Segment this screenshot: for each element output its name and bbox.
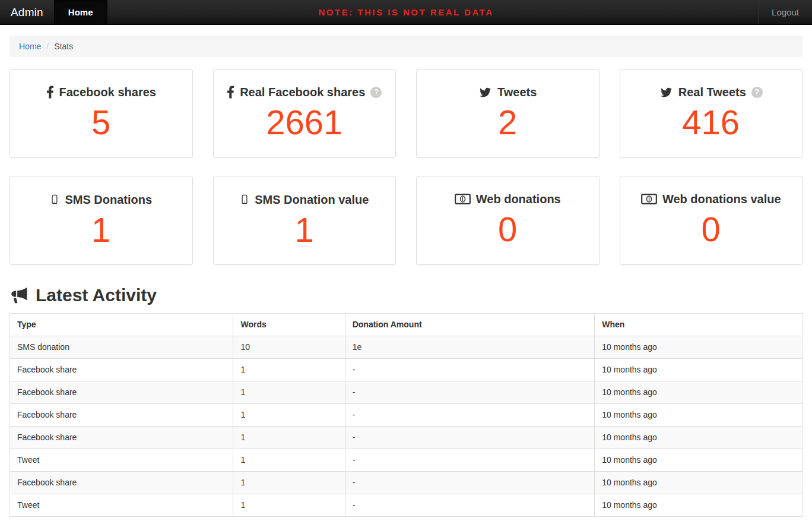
stat-title: Web donations value: [620, 192, 803, 206]
table-cell: Facebook share: [10, 404, 233, 427]
table-cell: -: [345, 359, 595, 381]
help-icon[interactable]: ?: [751, 87, 763, 98]
stat-title: Tweets: [417, 86, 599, 99]
table-header-row: TypeWordsDonation AmountWhen: [10, 314, 803, 336]
table-cell: Facebook share: [10, 472, 233, 494]
table-cell: 10 months ago: [595, 359, 803, 381]
column-header: Donation Amount: [345, 314, 595, 336]
table-cell: -: [345, 404, 595, 427]
note-banner: NOTE: THIS IS NOT REAL DATA: [0, 0, 812, 24]
stat-title: Real Tweets ?: [620, 86, 803, 99]
table-cell: -: [345, 449, 595, 472]
table-cell: 1: [233, 427, 345, 449]
money-icon: [641, 194, 657, 204]
table-row: Facebook share1-10 months ago: [10, 404, 803, 427]
table-cell: Tweet: [10, 494, 233, 517]
table-row: Tweet1-10 months ago: [10, 449, 803, 472]
bullhorn-icon: [9, 287, 28, 304]
stat-card: Facebook shares 5: [9, 69, 193, 158]
facebook-icon: [46, 86, 54, 99]
table-cell: 10 months ago: [595, 494, 803, 517]
table-cell: 10: [233, 336, 345, 359]
table-row: Facebook share1-10 months ago: [10, 359, 803, 381]
top-navbar: Admin Home NOTE: THIS IS NOT REAL DATA L…: [0, 0, 812, 25]
money-icon: [455, 194, 471, 204]
twitter-icon: [478, 87, 492, 98]
table-cell: Facebook share: [10, 427, 233, 449]
activity-table: TypeWordsDonation AmountWhen SMS donatio…: [9, 313, 803, 517]
table-cell: 1: [233, 359, 345, 381]
stat-card: SMS Donation value 1: [213, 176, 397, 265]
table-cell: 10 months ago: [595, 427, 803, 449]
stat-title: SMS Donations: [10, 192, 192, 206]
table-cell: 10 months ago: [595, 449, 803, 472]
breadcrumb-current: Stats: [54, 42, 73, 51]
table-row: Facebook share1-10 months ago: [10, 381, 803, 404]
column-header: Type: [10, 314, 233, 336]
stats-grid: Facebook shares 5 Real Facebook shares ?…: [9, 69, 803, 265]
table-cell: 10 months ago: [595, 472, 803, 494]
table-cell: Facebook share: [10, 381, 233, 404]
table-cell: -: [345, 427, 595, 449]
nav-item-home[interactable]: Home: [54, 0, 107, 24]
stat-value: 0: [417, 210, 599, 250]
stat-value: 0: [620, 210, 803, 250]
breadcrumb-separator: /: [46, 42, 49, 51]
table-cell: 1: [233, 404, 345, 427]
table-cell: 10 months ago: [595, 404, 803, 427]
stat-value: 416: [620, 103, 803, 143]
twitter-icon: [659, 87, 673, 98]
logout-button[interactable]: Logout: [758, 0, 812, 24]
breadcrumb-home-link[interactable]: Home: [19, 42, 41, 51]
column-header: When: [595, 314, 803, 336]
table-row: Tweet1-10 months ago: [10, 494, 803, 517]
stat-title: Web donations: [417, 192, 599, 206]
table-cell: 1: [233, 449, 345, 472]
stat-value: 1: [214, 210, 396, 250]
table-cell: 1e: [345, 336, 595, 359]
table-cell: 10 months ago: [595, 381, 803, 404]
stat-card: SMS Donations 1: [9, 176, 193, 265]
table-cell: -: [345, 381, 595, 404]
mobile-icon: [240, 192, 249, 206]
stat-value: 1: [10, 210, 192, 250]
table-cell: SMS donation: [10, 336, 233, 359]
table-cell: Tweet: [10, 449, 233, 472]
stat-value: 2661: [214, 103, 396, 143]
stat-card: Web donations value 0: [620, 176, 803, 265]
activity-heading: Latest Activity: [9, 285, 803, 305]
table-row: SMS donation101e10 months ago: [10, 336, 803, 359]
stat-title: Facebook shares: [10, 86, 192, 99]
help-icon[interactable]: ?: [370, 87, 382, 98]
table-cell: 1: [233, 381, 345, 404]
table-cell: -: [345, 472, 595, 494]
stat-card: Real Tweets ? 416: [620, 69, 803, 158]
facebook-icon: [227, 86, 234, 99]
table-row: Facebook share1-10 months ago: [10, 472, 803, 494]
table-cell: Facebook share: [10, 359, 233, 381]
mobile-icon: [50, 192, 59, 206]
table-row: Facebook share1-10 months ago: [10, 427, 803, 449]
table-cell: -: [345, 494, 595, 517]
stat-title: Real Facebook shares ?: [214, 86, 396, 99]
stat-title: SMS Donation value: [214, 192, 396, 206]
stat-value: 5: [10, 103, 192, 143]
breadcrumb: Home / Stats: [9, 36, 803, 57]
table-cell: 1: [233, 472, 345, 494]
column-header: Words: [233, 314, 345, 336]
table-cell: 10 months ago: [595, 336, 803, 359]
stat-card: Real Facebook shares ? 2661: [213, 69, 397, 158]
stat-value: 2: [417, 103, 599, 143]
activity-title: Latest Activity: [36, 285, 157, 305]
brand-link[interactable]: Admin: [0, 0, 54, 24]
stat-card: Web donations 0: [416, 176, 600, 265]
stat-card: Tweets 2: [416, 69, 600, 158]
table-cell: 1: [233, 494, 345, 517]
